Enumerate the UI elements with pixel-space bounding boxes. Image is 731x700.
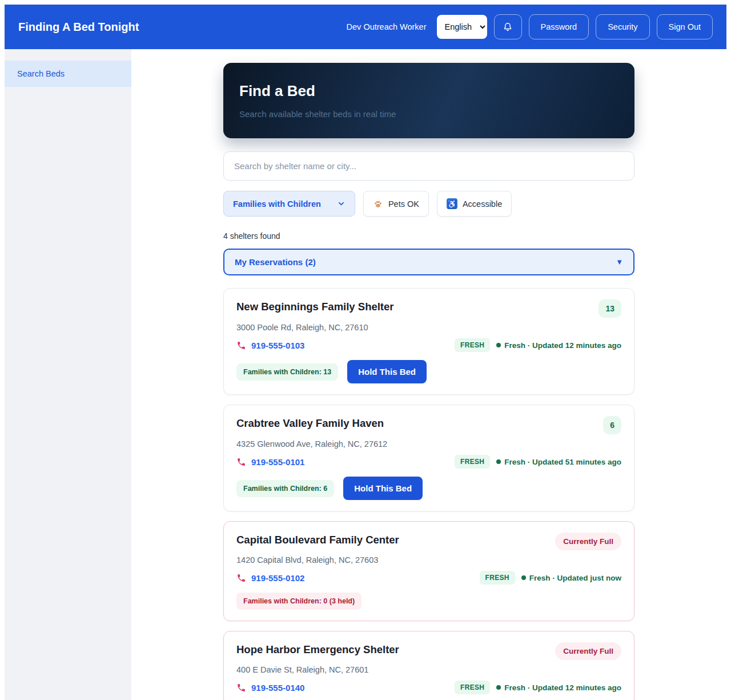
- shelter-address: 1420 Capital Blvd, Raleigh, NC, 27603: [236, 555, 621, 565]
- freshness-wrap: FRESH Fresh · Updated just now: [480, 571, 621, 585]
- shelter-card: Capital Boulevard Family Center Currentl…: [223, 521, 634, 621]
- my-reservations-toggle[interactable]: My Reservations (2) ▼: [223, 249, 634, 275]
- card-header-row: Capital Boulevard Family Center Currentl…: [236, 533, 621, 550]
- fresh-text: Fresh · Updated 12 minutes ago: [504, 683, 621, 692]
- shelter-name: New Beginnings Family Shelter: [236, 301, 394, 313]
- sidebar: Search Beds: [5, 49, 131, 700]
- page-title: Find a Bed: [239, 82, 618, 100]
- freshness-status: Fresh · Updated just now: [521, 574, 621, 582]
- fresh-text: Fresh · Updated just now: [529, 574, 621, 582]
- available-count-badge: 6: [603, 416, 621, 434]
- card-status-row: 919-555-0103 FRESH Fresh · Updated 12 mi…: [236, 338, 621, 352]
- notifications-button[interactable]: [494, 14, 522, 39]
- hold-bed-button[interactable]: Hold This Bed: [343, 477, 423, 500]
- card-status-row: 919-555-0101 FRESH Fresh · Updated 51 mi…: [236, 455, 621, 469]
- phone-link[interactable]: 919-555-0101: [236, 457, 304, 467]
- app-header: Finding A Bed Tonight Dev Outreach Worke…: [5, 5, 726, 49]
- fresh-badge: FRESH: [480, 571, 515, 585]
- results-summary: 4 shelters found: [223, 231, 634, 241]
- shelter-card: Crabtree Valley Family Haven 6 4325 Glen…: [223, 405, 634, 511]
- hero-banner: Find a Bed Search available shelter beds…: [223, 63, 634, 138]
- freshness-status: Fresh · Updated 51 minutes ago: [496, 458, 621, 466]
- fresh-dot-icon: [521, 575, 526, 580]
- availability-chip: Families with Children: 13: [236, 363, 338, 381]
- phone-icon: [236, 573, 246, 583]
- freshness-wrap: FRESH Fresh · Updated 12 minutes ago: [455, 681, 621, 694]
- phone-icon: [236, 341, 246, 350]
- freshness-status: Fresh · Updated 12 minutes ago: [496, 683, 621, 692]
- app-body: Search Beds Find a Bed Search available …: [5, 49, 726, 700]
- phone-number: 919-555-0102: [251, 573, 304, 583]
- hold-bed-button[interactable]: Hold This Bed: [347, 360, 427, 383]
- fresh-text: Fresh · Updated 51 minutes ago: [504, 458, 621, 466]
- shelter-name: Capital Boulevard Family Center: [236, 534, 399, 546]
- dog-icon: [373, 199, 383, 209]
- app-title: Finding A Bed Tonight: [18, 21, 139, 34]
- chevron-down-icon: [337, 199, 346, 208]
- phone-number: 919-555-0101: [251, 457, 304, 467]
- card-status-row: 919-555-0102 FRESH Fresh · Updated just …: [236, 571, 621, 585]
- fresh-badge: FRESH: [455, 455, 490, 469]
- phone-number: 919-555-0140: [251, 683, 304, 693]
- phone-link[interactable]: 919-555-0103: [236, 341, 304, 350]
- card-header-row: New Beginnings Family Shelter 13: [236, 299, 621, 318]
- security-button[interactable]: Security: [596, 14, 649, 39]
- fresh-dot-icon: [496, 459, 501, 464]
- pets-ok-filter[interactable]: Pets OK: [363, 191, 429, 217]
- page-subtitle: Search available shelter beds in real ti…: [239, 109, 618, 119]
- card-header-row: Crabtree Valley Family Haven 6: [236, 416, 621, 434]
- availability-chip: Families with Children: 0 (3 held): [236, 593, 362, 610]
- wheelchair-icon: ♿: [447, 198, 457, 209]
- freshness-wrap: FRESH Fresh · Updated 51 minutes ago: [455, 455, 621, 469]
- sidebar-item-search-beds[interactable]: Search Beds: [5, 61, 131, 87]
- accessible-filter[interactable]: ♿ Accessible: [437, 191, 512, 217]
- available-count-badge: 13: [599, 299, 621, 318]
- shelter-address: 400 E Davie St, Raleigh, NC, 27601: [236, 665, 621, 674]
- search-input[interactable]: [223, 151, 634, 181]
- shelter-address: 4325 Glenwood Ave, Raleigh, NC, 27612: [236, 439, 621, 449]
- currently-full-badge: Currently Full: [555, 533, 621, 550]
- bell-icon: [502, 21, 513, 33]
- accessible-label: Accessible: [463, 199, 502, 209]
- card-header-row: Hope Harbor Emergency Shelter Currently …: [236, 642, 621, 660]
- population-filter-label: Families with Children: [233, 199, 321, 209]
- availability-chip: Families with Children: 6: [236, 480, 334, 497]
- currently-full-badge: Currently Full: [555, 642, 621, 660]
- language-select[interactable]: English: [437, 15, 487, 39]
- caret-down-icon: ▼: [616, 258, 623, 266]
- sidebar-item-label: Search Beds: [17, 69, 65, 78]
- content-column: Find a Bed Search available shelter beds…: [223, 49, 634, 700]
- phone-link[interactable]: 919-555-0102: [236, 573, 304, 583]
- password-button[interactable]: Password: [529, 14, 589, 39]
- shelter-name: Hope Harbor Emergency Shelter: [236, 643, 399, 656]
- fresh-badge: FRESH: [455, 338, 490, 352]
- sign-out-button[interactable]: Sign Out: [657, 14, 713, 39]
- shelter-address: 3000 Poole Rd, Raleigh, NC, 27610: [236, 323, 621, 332]
- fresh-dot-icon: [496, 685, 501, 690]
- population-filter-select[interactable]: Families with Children: [223, 191, 355, 217]
- filter-row: Families with Children: [223, 191, 634, 217]
- pets-ok-label: Pets OK: [388, 199, 419, 209]
- phone-icon: [236, 457, 246, 467]
- main-content: Find a Bed Search available shelter beds…: [131, 49, 726, 700]
- freshness-wrap: FRESH Fresh · Updated 12 minutes ago: [455, 338, 621, 352]
- fresh-text: Fresh · Updated 12 minutes ago: [504, 341, 621, 350]
- fresh-badge: FRESH: [455, 681, 490, 694]
- my-reservations-label: My Reservations (2): [235, 257, 316, 267]
- fresh-dot-icon: [496, 343, 501, 347]
- shelter-card: Hope Harbor Emergency Shelter Currently …: [223, 631, 634, 700]
- shelter-card: New Beginnings Family Shelter 13 3000 Po…: [223, 288, 634, 395]
- user-role-label: Dev Outreach Worker: [347, 22, 427, 31]
- freshness-status: Fresh · Updated 12 minutes ago: [496, 341, 621, 350]
- phone-number: 919-555-0103: [251, 341, 304, 350]
- phone-link[interactable]: 919-555-0140: [236, 683, 304, 693]
- phone-icon: [236, 683, 246, 693]
- shelter-name: Crabtree Valley Family Haven: [236, 417, 384, 430]
- card-actions-row: Families with Children: 6 Hold This Bed: [236, 477, 621, 500]
- card-actions-row: Families with Children: 13 Hold This Bed: [236, 360, 621, 383]
- card-status-row: 919-555-0140 FRESH Fresh · Updated 12 mi…: [236, 681, 621, 694]
- card-actions-row: Families with Children: 0 (3 held): [236, 593, 621, 610]
- header-actions: Dev Outreach Worker English Password Sec…: [347, 14, 713, 39]
